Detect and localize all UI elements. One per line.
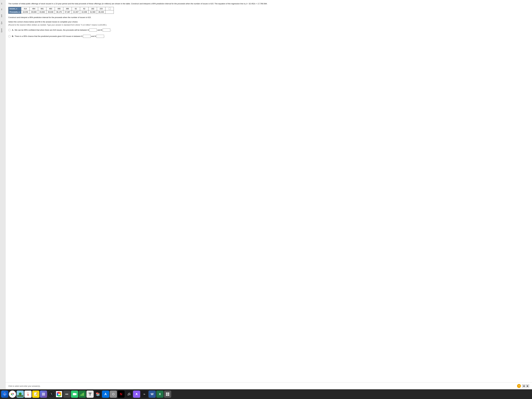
svg-rect-42 — [168, 394, 169, 396]
svg-rect-27 — [73, 393, 76, 395]
proceeds-val-7: 21,937 — [72, 10, 80, 14]
option-a-radio[interactable] — [8, 29, 11, 31]
bottom-bar: Click to select and enter your answer(s)… — [6, 382, 532, 389]
sidebar-item-uest: uest — [1, 14, 5, 17]
proceeds-val-4: 30,638 — [46, 10, 55, 14]
svg-rect-39 — [166, 393, 167, 394]
dock-books[interactable]: 📚 — [94, 391, 101, 398]
svg-rect-40 — [168, 393, 169, 394]
select-text: Select the correct choice below and fill… — [8, 20, 529, 23]
sidebar-item-que: Que — [1, 21, 5, 24]
option-b-radio[interactable] — [8, 35, 11, 38]
nav-prev-button[interactable]: ◀ — [522, 384, 525, 388]
dock-netflix[interactable]: N — [117, 391, 125, 398]
dock-numbers[interactable] — [79, 391, 86, 398]
taskbar: DEC 9 📝 — [0, 389, 532, 399]
issues-val-3: 681 — [38, 7, 46, 10]
appletv-label: itv — [144, 393, 145, 395]
svg-point-13 — [44, 393, 45, 394]
option-b-row: B. There is a 95% chance that the predic… — [8, 34, 529, 38]
sidebar-item-on: on — [1, 3, 5, 4]
dock-calendar[interactable]: DEC 9 — [24, 391, 32, 398]
proceeds-val-3: 43,682 — [38, 10, 46, 14]
nav-next-button[interactable]: ▶ — [526, 384, 529, 388]
option-a-input-high[interactable] — [103, 29, 110, 32]
dock-chrome[interactable] — [9, 391, 16, 398]
copy-cell[interactable] — [105, 7, 114, 10]
svg-point-12 — [43, 393, 44, 394]
svg-rect-10 — [20, 395, 21, 396]
dock-clock[interactable] — [48, 391, 55, 398]
svg-point-11 — [42, 393, 43, 394]
issues-val-4: 483 — [46, 7, 55, 10]
dock-settings[interactable] — [110, 391, 117, 398]
proceeds-val-9: 31,560 — [89, 10, 97, 14]
issues-val-5: 490 — [55, 7, 63, 10]
proceeds-val-1: 18,058 — [21, 10, 30, 14]
sidebar-item-quest: Quest — [1, 28, 5, 32]
option-b-text-before: There is a 95% chance that the predicted… — [15, 34, 82, 38]
proceeds-val-8: 10,306 — [80, 10, 89, 14]
dock-grid[interactable] — [164, 391, 171, 398]
dock-safari[interactable] — [1, 391, 8, 398]
svg-point-19 — [44, 395, 45, 396]
issues-val-7: 62 — [72, 7, 80, 10]
option-a-text-before: We can be 95% confident that when there … — [15, 28, 89, 32]
svg-rect-31 — [83, 393, 84, 396]
dock-nature[interactable] — [17, 391, 24, 398]
dock-music[interactable] — [125, 391, 133, 398]
svg-point-37 — [129, 394, 130, 395]
dock-excel[interactable]: X — [156, 391, 164, 398]
help-button[interactable]: ? — [517, 384, 521, 388]
sidebar-item-ns: ns — [1, 9, 5, 10]
issues-val-1: 414 — [21, 7, 30, 10]
dock-textedit[interactable] — [86, 391, 94, 398]
option-a-input-low[interactable] — [89, 29, 97, 32]
option-b-input-low[interactable] — [83, 35, 91, 38]
dock-facetime[interactable] — [71, 391, 78, 398]
svg-point-36 — [128, 395, 129, 395]
copy-icon[interactable] — [109, 8, 111, 10]
calendar-day: 9 — [27, 393, 29, 396]
nav-buttons: ◀ ▶ — [522, 384, 529, 388]
dock-launchpad[interactable] — [40, 391, 47, 398]
svg-point-15 — [43, 394, 44, 395]
proceeds-val-2: 29,608 — [30, 10, 38, 14]
svg-point-6 — [12, 394, 13, 395]
dock-notes[interactable]: 📝 — [32, 391, 39, 398]
svg-point-26 — [67, 394, 68, 395]
data-table: Issues, x 414 464 681 483 490 395 62 62 … — [8, 7, 114, 14]
svg-rect-33 — [90, 393, 90, 396]
option-a-text-after: . — [111, 28, 111, 32]
issues-val-2: 464 — [30, 7, 38, 10]
dock-podcasts[interactable] — [133, 391, 140, 398]
svg-rect-29 — [81, 394, 82, 396]
svg-point-14 — [42, 394, 43, 395]
svg-point-17 — [42, 395, 43, 396]
issues-val-9: 182 — [89, 7, 97, 10]
dock-academic[interactable]: A — [102, 391, 109, 398]
dock-more[interactable] — [63, 391, 70, 398]
issues-val-10: 153 — [97, 7, 105, 10]
dock-appletv[interactable]: itv — [141, 391, 148, 398]
option-b-text-after: . — [105, 34, 105, 38]
question-intro-text: The number of initial public offerings o… — [8, 2, 529, 5]
option-b-input-high[interactable] — [96, 35, 104, 38]
svg-point-25 — [66, 394, 67, 395]
svg-rect-30 — [82, 393, 83, 396]
option-b-text: B. There is a 95% chance that the predic… — [12, 34, 105, 38]
construct-text: Construct and interpret a 95% prediction… — [8, 16, 529, 19]
round-note: (Round to the nearest million dollars as… — [8, 24, 529, 26]
dock-photos[interactable] — [55, 391, 63, 398]
issues-val-6: 395 — [63, 7, 72, 10]
svg-point-16 — [44, 394, 45, 395]
main-content: The number of initial public offerings o… — [6, 0, 532, 389]
proceeds-val-5: 36,176 — [55, 10, 63, 14]
proceeds-val-6: 37,387 — [63, 10, 72, 14]
click-instruction: Click to select and enter your answer(s)… — [8, 385, 40, 387]
svg-point-35 — [113, 394, 114, 395]
svg-point-24 — [65, 394, 66, 395]
dock-word[interactable]: W — [149, 391, 156, 398]
left-sidebar: on ns uest Que Quest — [0, 0, 6, 389]
option-a-text: A. We can be 95% confident that when the… — [12, 28, 111, 32]
